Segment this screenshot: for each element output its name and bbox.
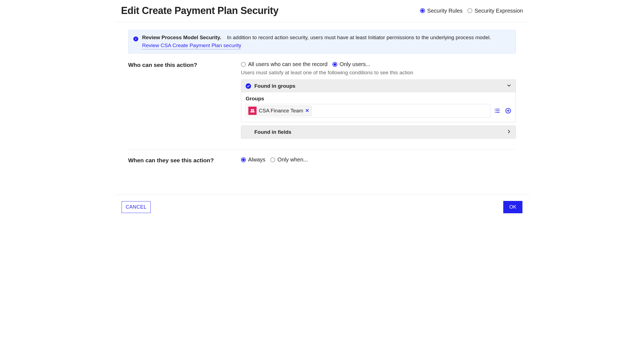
remove-token-button[interactable] bbox=[305, 108, 309, 114]
review-process-model-link[interactable]: Review CSA Create Payment Plan security bbox=[142, 42, 241, 50]
footer: CANCEL OK bbox=[114, 195, 530, 219]
panel-title: Found in groups bbox=[254, 83, 295, 89]
radio-label: Security Expression bbox=[475, 8, 523, 14]
panel-header-found-in-groups[interactable]: Found in groups bbox=[241, 80, 516, 92]
group-token: CSA Finance Team bbox=[247, 106, 312, 116]
who-helper-text: Users must satisfy at least one of the f… bbox=[241, 70, 516, 76]
svg-point-1 bbox=[252, 109, 254, 111]
radio-label: All users who can see the record bbox=[248, 61, 327, 67]
radio-always[interactable]: Always bbox=[241, 157, 265, 163]
page-title: Edit Create Payment Plan Security bbox=[121, 5, 278, 16]
radio-only-users[interactable]: Only users... bbox=[332, 61, 370, 67]
radio-indicator-icon bbox=[241, 62, 246, 67]
radio-security-rules[interactable]: Security Rules bbox=[420, 8, 462, 14]
panel-title: Found in fields bbox=[254, 129, 291, 135]
radio-indicator-icon bbox=[332, 62, 337, 67]
radio-label: Only users... bbox=[340, 61, 370, 67]
panel-found-in-fields: Found in fields bbox=[241, 126, 516, 139]
groups-picker-input[interactable]: CSA Finance Team bbox=[246, 104, 490, 118]
info-title: Review Process Model Security. bbox=[142, 35, 221, 40]
header: Edit Create Payment Plan Security Securi… bbox=[114, 0, 530, 22]
radio-security-expression[interactable]: Security Expression bbox=[467, 8, 523, 14]
header-radio-group: Security Rules Security Expression bbox=[420, 8, 523, 14]
info-text: In addition to record action security, u… bbox=[227, 35, 491, 40]
panel-header-found-in-fields[interactable]: Found in fields bbox=[241, 126, 516, 138]
browse-groups-button[interactable] bbox=[494, 108, 500, 114]
groups-subtitle: Groups bbox=[246, 96, 511, 102]
radio-label: Security Rules bbox=[427, 8, 462, 14]
radio-indicator-icon bbox=[270, 157, 275, 162]
radio-label: Always bbox=[248, 157, 265, 163]
group-token-label: CSA Finance Team bbox=[259, 108, 303, 114]
group-icon bbox=[248, 107, 257, 115]
radio-all-users[interactable]: All users who can see the record bbox=[241, 61, 327, 67]
when-can-see-label: When can they see this action? bbox=[128, 157, 232, 164]
info-icon: i bbox=[133, 35, 139, 40]
radio-only-when[interactable]: Only when... bbox=[270, 157, 308, 163]
panel-found-in-groups: Found in groups Groups bbox=[241, 79, 516, 122]
chevron-down-icon bbox=[507, 83, 511, 89]
radio-indicator-icon bbox=[241, 157, 246, 162]
radio-indicator-icon bbox=[420, 8, 425, 13]
svg-point-0 bbox=[251, 109, 252, 111]
ok-button[interactable]: OK bbox=[503, 201, 522, 213]
radio-label: Only when... bbox=[277, 157, 308, 163]
who-can-see-label: Who can see this action? bbox=[128, 62, 232, 68]
check-icon bbox=[246, 83, 251, 89]
chevron-right-icon bbox=[507, 129, 511, 135]
radio-indicator-icon bbox=[467, 8, 472, 13]
info-box: i Review Process Model Security. In addi… bbox=[128, 30, 516, 53]
add-group-button[interactable] bbox=[505, 108, 511, 114]
cancel-button[interactable]: CANCEL bbox=[122, 201, 151, 213]
